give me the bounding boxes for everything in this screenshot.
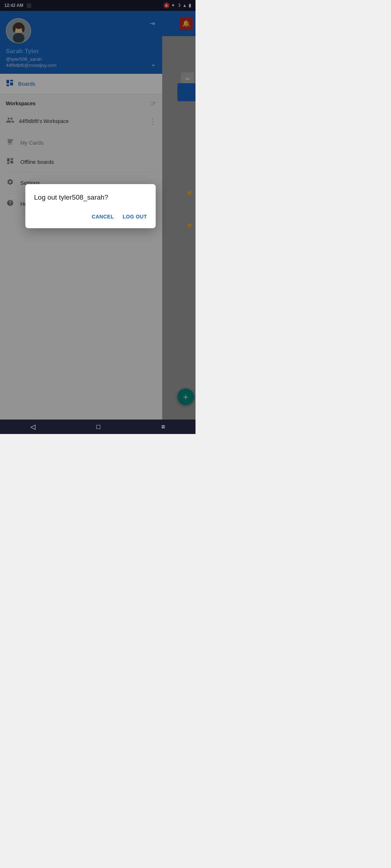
menu-button[interactable]: ≡ <box>154 420 172 434</box>
bottom-nav: ◁ □ ≡ <box>0 420 196 434</box>
logout-button[interactable]: LOG OUT <box>121 211 148 222</box>
dialog-overlay: Log out tyler508_sarah? CANCEL LOG OUT <box>0 0 196 434</box>
cancel-button[interactable]: CANCEL <box>90 211 115 222</box>
back-button[interactable]: ◁ <box>23 420 43 434</box>
dialog-title: Log out tyler508_sarah? <box>34 193 148 203</box>
logout-dialog: Log out tyler508_sarah? CANCEL LOG OUT <box>25 184 156 229</box>
home-button[interactable]: □ <box>89 420 108 434</box>
dialog-actions: CANCEL LOG OUT <box>34 211 148 222</box>
